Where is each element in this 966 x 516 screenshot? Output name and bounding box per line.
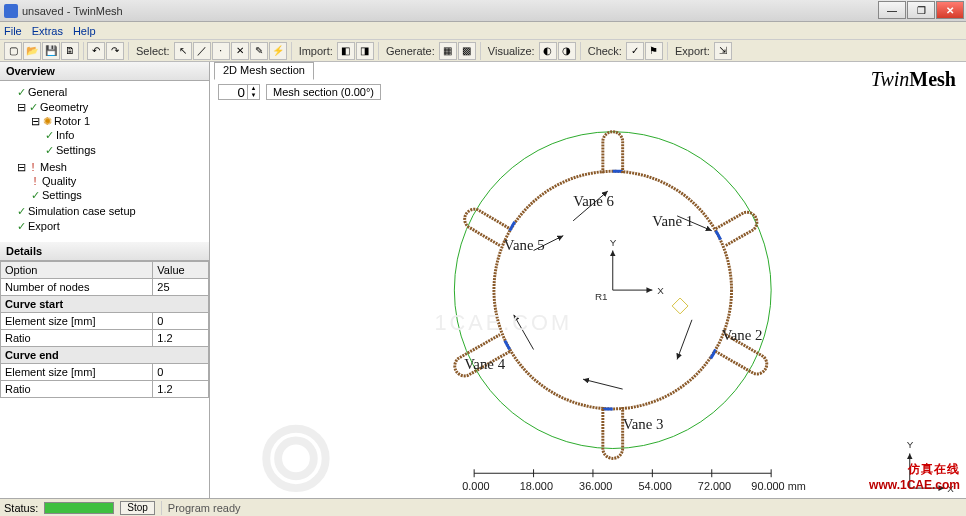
warn-icon: ! bbox=[30, 175, 40, 187]
overview-header: Overview bbox=[0, 62, 209, 81]
generate-mesh-icon[interactable]: ▦ bbox=[439, 42, 457, 60]
select-bolt-icon[interactable]: ⚡ bbox=[269, 42, 287, 60]
open-file-icon[interactable]: 📂 bbox=[23, 42, 41, 60]
spinner-input[interactable] bbox=[218, 84, 248, 100]
menu-file[interactable]: File bbox=[4, 25, 22, 37]
generate-label: Generate: bbox=[386, 45, 435, 57]
check-label: Check: bbox=[588, 45, 622, 57]
tree-settings1[interactable]: Settings bbox=[56, 144, 96, 156]
minimize-button[interactable]: — bbox=[878, 1, 906, 19]
svg-text:90.000 mm: 90.000 mm bbox=[751, 480, 805, 492]
check-icon: ✓ bbox=[44, 129, 54, 142]
select-label: Select: bbox=[136, 45, 170, 57]
tree-mesh[interactable]: Mesh bbox=[40, 161, 67, 173]
spinner-buttons[interactable]: ▲▼ bbox=[248, 84, 260, 100]
col-option: Option bbox=[1, 262, 153, 279]
row-ratio2-label: Ratio bbox=[1, 381, 153, 398]
row-ratio2-value[interactable]: 1.2 bbox=[153, 381, 209, 398]
status-bar: Status: Stop Program ready bbox=[0, 498, 966, 516]
new-file-icon[interactable]: ▢ bbox=[4, 42, 22, 60]
mesh-section-label: Mesh section (0.00°) bbox=[266, 84, 381, 100]
svg-text:Vane 4: Vane 4 bbox=[464, 356, 505, 372]
svg-text:1CAE.COM: 1CAE.COM bbox=[435, 310, 572, 335]
undo-icon[interactable]: ↶ bbox=[87, 42, 105, 60]
check-icon: ✓ bbox=[16, 220, 26, 233]
canvas[interactable]: X Y R1 Vane 6 Vane 1 Vane 2 Vane bbox=[210, 102, 966, 498]
row-elsize1-value[interactable]: 0 bbox=[153, 313, 209, 330]
details-header: Details bbox=[0, 242, 209, 261]
redo-icon[interactable]: ↷ bbox=[106, 42, 124, 60]
svg-line-10 bbox=[583, 379, 623, 389]
main-area: Overview ✓General ⊟✓Geometry ⊟✺Rotor 1 ✓… bbox=[0, 62, 966, 498]
window-title: unsaved - TwinMesh bbox=[22, 5, 123, 17]
stop-button[interactable]: Stop bbox=[120, 501, 155, 515]
save-as-icon[interactable]: 🗎 bbox=[61, 42, 79, 60]
check-icon: ✓ bbox=[28, 101, 38, 114]
row-nodes-label: Number of nodes bbox=[1, 279, 153, 296]
save-icon[interactable]: 💾 bbox=[42, 42, 60, 60]
svg-text:0.000: 0.000 bbox=[462, 480, 489, 492]
select-cursor-icon[interactable]: ↖ bbox=[174, 42, 192, 60]
svg-text:Vane 6: Vane 6 bbox=[573, 193, 614, 209]
watermark: 仿真在线 www.1CAE.com bbox=[869, 461, 960, 492]
svg-point-37 bbox=[278, 441, 314, 477]
row-curve-end: Curve end bbox=[1, 347, 209, 364]
select-wand-icon[interactable]: ✎ bbox=[250, 42, 268, 60]
left-pane: Overview ✓General ⊟✓Geometry ⊟✺Rotor 1 ✓… bbox=[0, 62, 210, 498]
gear-icon: ✺ bbox=[42, 115, 52, 128]
import-label: Import: bbox=[299, 45, 333, 57]
svg-text:Y: Y bbox=[907, 440, 914, 451]
app-icon bbox=[4, 4, 18, 18]
svg-text:Vane 2: Vane 2 bbox=[722, 327, 763, 343]
close-button[interactable]: ✕ bbox=[936, 1, 964, 19]
row-elsize2-value[interactable]: 0 bbox=[153, 364, 209, 381]
menu-extras[interactable]: Extras bbox=[32, 25, 63, 37]
check-quality-icon[interactable]: ✓ bbox=[626, 42, 644, 60]
svg-text:X: X bbox=[657, 285, 664, 296]
svg-text:Vane 3: Vane 3 bbox=[623, 416, 664, 432]
select-point-icon[interactable]: · bbox=[212, 42, 230, 60]
tree-quality[interactable]: Quality bbox=[42, 175, 76, 187]
svg-text:Vane 1: Vane 1 bbox=[652, 213, 693, 229]
tree-sim[interactable]: Simulation case setup bbox=[28, 205, 136, 217]
row-ratio1-value[interactable]: 1.2 bbox=[153, 330, 209, 347]
select-line-icon[interactable]: ／ bbox=[193, 42, 211, 60]
tree-rotor1[interactable]: Rotor 1 bbox=[54, 115, 90, 127]
svg-text:Y: Y bbox=[610, 237, 617, 248]
row-curve-start: Curve start bbox=[1, 296, 209, 313]
menu-help[interactable]: Help bbox=[73, 25, 96, 37]
tree-export[interactable]: Export bbox=[28, 220, 60, 232]
title-bar: unsaved - TwinMesh — ❐ ✕ bbox=[0, 0, 966, 22]
row-elsize1-label: Element size [mm] bbox=[1, 313, 153, 330]
details-table: OptionValue Number of nodes25 Curve star… bbox=[0, 261, 209, 398]
check-icon: ✓ bbox=[30, 189, 40, 202]
tree-geometry[interactable]: Geometry bbox=[40, 101, 88, 113]
toolbar: ▢ 📂 💾 🗎 ↶ ↷ Select: ↖ ／ · ✕ ✎ ⚡ Import: … bbox=[0, 40, 966, 62]
col-value: Value bbox=[153, 262, 209, 279]
viewport-tab[interactable]: 2D Mesh section bbox=[214, 62, 314, 80]
check-icon: ✓ bbox=[16, 205, 26, 218]
select-cross-icon[interactable]: ✕ bbox=[231, 42, 249, 60]
export-label: Export: bbox=[675, 45, 710, 57]
warn-icon: ! bbox=[28, 161, 38, 173]
visualize-3d-icon[interactable]: ◑ bbox=[558, 42, 576, 60]
row-nodes-value[interactable]: 25 bbox=[153, 279, 209, 296]
menu-bar: File Extras Help bbox=[0, 22, 966, 40]
import-data-icon[interactable]: ◨ bbox=[356, 42, 374, 60]
svg-text:18.000: 18.000 bbox=[520, 480, 553, 492]
check-mesh-icon[interactable]: ⚑ bbox=[645, 42, 663, 60]
import-geom-icon[interactable]: ◧ bbox=[337, 42, 355, 60]
generate-case-icon[interactable]: ▩ bbox=[458, 42, 476, 60]
row-ratio1-label: Ratio bbox=[1, 330, 153, 347]
row-elsize2-label: Element size [mm] bbox=[1, 364, 153, 381]
visualize-2d-icon[interactable]: ◐ bbox=[539, 42, 557, 60]
overview-tree[interactable]: ✓General ⊟✓Geometry ⊟✺Rotor 1 ✓Info ✓Set… bbox=[0, 81, 209, 242]
viewport[interactable]: 2D Mesh section ▲▼ Mesh section (0.00°) … bbox=[210, 62, 966, 498]
maximize-button[interactable]: ❐ bbox=[907, 1, 935, 19]
tree-settings2[interactable]: Settings bbox=[42, 189, 82, 201]
export-icon[interactable]: ⇲ bbox=[714, 42, 732, 60]
svg-text:36.000: 36.000 bbox=[579, 480, 612, 492]
tree-general[interactable]: General bbox=[28, 86, 67, 98]
tree-info[interactable]: Info bbox=[56, 129, 74, 141]
progress-bar bbox=[44, 502, 114, 514]
